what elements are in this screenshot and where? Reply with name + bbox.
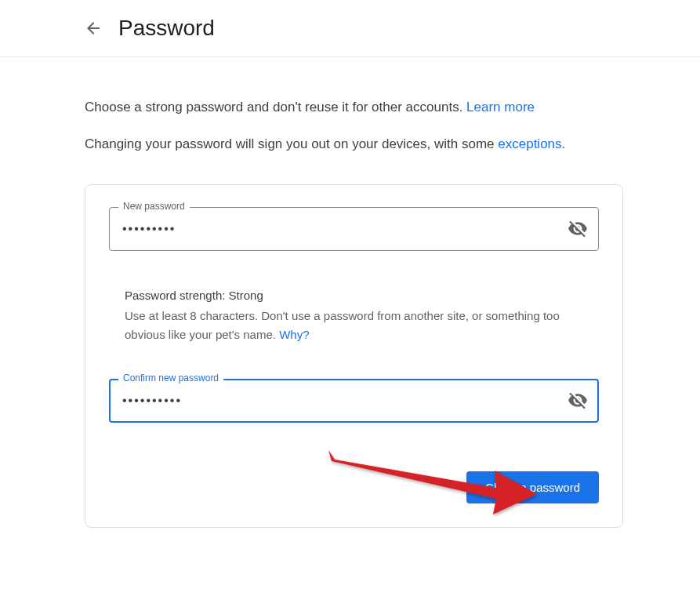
page-title: Password — [118, 16, 215, 41]
password-strength-desc: Use at least 8 characters. Don't use a p… — [125, 307, 583, 344]
eye-off-icon[interactable] — [568, 219, 588, 239]
intro-line-2-text: Changing your password will sign you out… — [85, 136, 498, 151]
change-password-button[interactable]: Change password — [466, 471, 599, 503]
intro-line-2-after: . — [562, 136, 566, 151]
confirm-password-label: Confirm new password — [118, 372, 223, 383]
confirm-password-input[interactable] — [109, 379, 599, 423]
new-password-label: New password — [118, 201, 190, 212]
back-arrow-icon[interactable] — [84, 19, 103, 38]
password-strength-desc-text: Use at least 8 characters. Don't use a p… — [125, 309, 560, 341]
password-card: New password Password strength: Strong U… — [85, 184, 623, 528]
password-strength-block: Password strength: Strong Use at least 8… — [109, 289, 599, 344]
password-strength-title: Password strength: Strong — [125, 289, 583, 302]
intro-line-1: Choose a strong password and don't reuse… — [85, 96, 623, 118]
intro-line-1-text: Choose a strong password and don't reuse… — [85, 100, 466, 114]
new-password-field-wrap: New password — [109, 207, 599, 251]
button-row: Change password — [109, 471, 599, 503]
exceptions-link[interactable]: exceptions — [498, 136, 561, 151]
eye-off-icon[interactable] — [568, 391, 588, 411]
page-header: Password — [0, 0, 700, 57]
intro-line-2: Changing your password will sign you out… — [85, 133, 623, 154]
learn-more-link[interactable]: Learn more — [466, 100, 535, 114]
new-password-input[interactable] — [109, 207, 599, 251]
why-link[interactable]: Why? — [279, 328, 309, 341]
confirm-password-field-wrap: Confirm new password — [109, 379, 599, 423]
content-area: Choose a strong password and don't reuse… — [0, 57, 700, 543]
